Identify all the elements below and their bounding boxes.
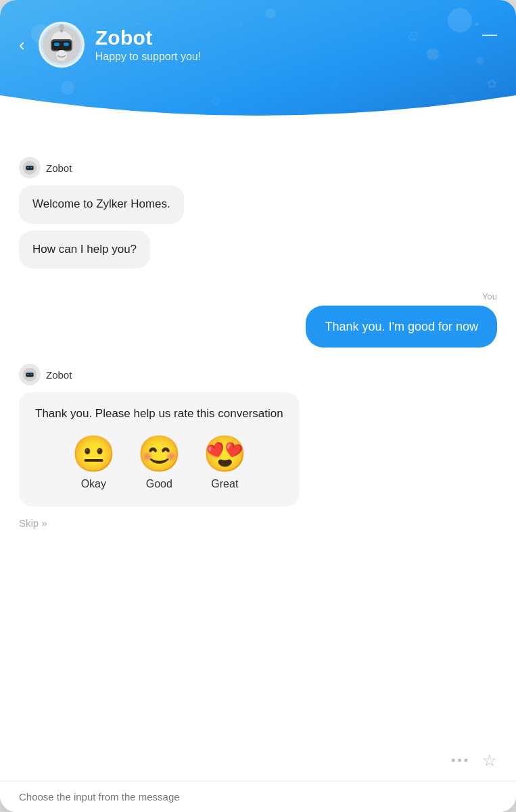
- bot-bubble-welcome: Welcome to Zylker Homes.: [19, 185, 184, 224]
- svg-text:✿: ✿: [487, 77, 497, 91]
- svg-point-4: [61, 81, 74, 95]
- bot-name-label-1: Zobot: [46, 162, 72, 174]
- good-label: Good: [146, 478, 172, 490]
- svg-rect-24: [54, 43, 60, 46]
- bot-icon-small: [19, 157, 41, 178]
- star-icon[interactable]: ☆: [482, 751, 497, 770]
- header-title: Zobot: [95, 26, 202, 49]
- chat-body: Zobot Welcome to Zylker Homes. How can I…: [0, 135, 516, 781]
- rating-option-great[interactable]: 😍 Great: [203, 436, 247, 490]
- header-subtitle: Happy to support you!: [95, 51, 202, 63]
- header-text: Zobot Happy to support you!: [95, 26, 202, 63]
- chat-container: ☺ ☺ ♪ ☺ ☺ ○ ✦ ✧ ⊙ ✿ ~ ~ ‹: [0, 0, 516, 812]
- bot-avatar: [39, 22, 85, 68]
- user-message-group: You Thank you. I'm good for now: [19, 291, 497, 348]
- chat-input[interactable]: [19, 791, 497, 803]
- bot-message-group-1: Zobot Welcome to Zylker Homes. How can I…: [19, 157, 497, 275]
- user-label: You: [482, 291, 497, 302]
- rating-options: 😐 Okay 😊 Good 😍 Great: [35, 436, 283, 490]
- header: ☺ ☺ ♪ ☺ ☺ ○ ✦ ✧ ⊙ ✿ ~ ~ ‹: [0, 0, 516, 135]
- svg-point-21: [59, 24, 64, 30]
- svg-text:⊙: ⊙: [331, 81, 337, 89]
- svg-rect-30: [27, 167, 29, 168]
- user-bubble: Thank you. I'm good for now: [306, 306, 497, 348]
- bot-message-group-2: Zobot Thank you. Please help us rate thi…: [19, 364, 497, 529]
- bot-name-row: Zobot: [19, 157, 72, 178]
- great-label: Great: [211, 478, 238, 490]
- bot-name-row-2: Zobot: [19, 364, 72, 385]
- svg-rect-35: [27, 374, 29, 375]
- rating-option-okay[interactable]: 😐 Okay: [72, 436, 116, 490]
- minimize-button[interactable]: —: [482, 22, 497, 43]
- bot-name-label-2: Zobot: [46, 369, 72, 381]
- great-emoji: 😍: [203, 436, 247, 471]
- bot-bubble-help: How can I help you?: [19, 231, 150, 269]
- back-button[interactable]: ‹: [19, 36, 25, 53]
- bot-icon-small-2: [19, 364, 41, 385]
- svg-rect-25: [64, 43, 69, 46]
- okay-label: Okay: [81, 478, 106, 490]
- more-options-icon[interactable]: •••: [451, 754, 470, 768]
- chat-footer: [0, 781, 516, 812]
- rating-text: Thank you. Please help us rate this conv…: [35, 406, 283, 423]
- good-emoji: 😊: [137, 436, 181, 471]
- header-content: ‹: [0, 0, 516, 78]
- rating-option-good[interactable]: 😊 Good: [137, 436, 181, 490]
- svg-rect-36: [30, 374, 32, 375]
- svg-rect-31: [30, 167, 32, 168]
- skip-button[interactable]: Skip »: [19, 517, 47, 529]
- rating-card: Thank you. Please help us rate this conv…: [19, 392, 300, 506]
- okay-emoji: 😐: [72, 436, 116, 471]
